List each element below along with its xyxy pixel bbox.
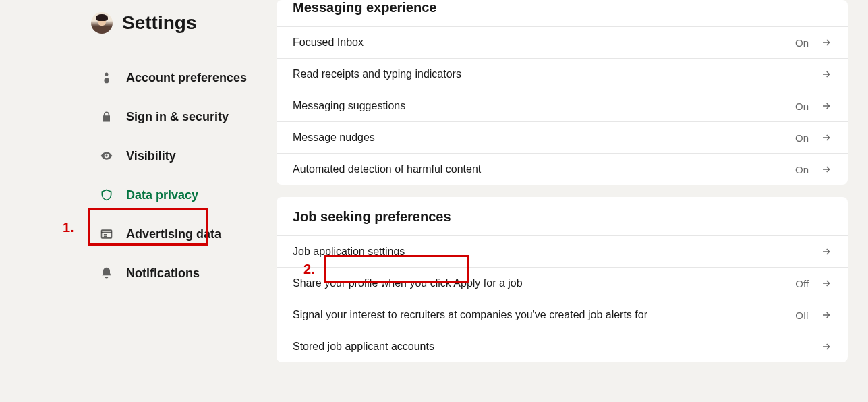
row-status: Off <box>795 278 809 289</box>
nav-notifications[interactable]: Notifications <box>91 254 256 293</box>
arrow-right-icon <box>821 37 832 48</box>
settings-main: Messaging experience Focused Inbox On Re… <box>277 0 868 402</box>
row-label: Focused Inbox <box>293 36 364 49</box>
row-read-receipts[interactable]: Read receipts and typing indicators <box>277 58 848 90</box>
nav-account-preferences[interactable]: Account preferences <box>91 58 256 97</box>
arrow-right-icon <box>821 341 832 352</box>
svg-point-0 <box>105 73 109 76</box>
row-label: Messaging suggestions <box>293 100 405 112</box>
row-label: Automated detection of harmful content <box>293 163 481 175</box>
row-stored-applicant-accounts[interactable]: Stored job applicant accounts <box>277 331 848 362</box>
section-job-seeking: Job seeking preferences Job application … <box>277 197 848 362</box>
row-status: On <box>795 37 809 49</box>
nav-sign-in-security[interactable]: Sign in & security <box>91 97 256 136</box>
row-messaging-suggestions[interactable]: Messaging suggestions On <box>277 90 848 121</box>
person-icon <box>99 70 114 85</box>
nav-label: Advertising data <box>126 227 221 241</box>
annotation-number-1: 1. <box>63 220 74 235</box>
row-signal-interest[interactable]: Signal your interest to recruiters at co… <box>277 299 848 331</box>
bell-icon <box>99 266 114 281</box>
lock-icon <box>99 109 114 124</box>
svg-point-2 <box>105 154 107 156</box>
arrow-right-icon <box>821 164 832 175</box>
row-focused-inbox[interactable]: Focused Inbox On <box>277 26 848 58</box>
nav-label: Data privacy <box>126 188 198 202</box>
row-label: Share your profile when you click Apply … <box>293 277 523 289</box>
row-message-nudges[interactable]: Message nudges On <box>277 121 848 153</box>
row-label: Stored job applicant accounts <box>293 341 434 353</box>
settings-title: Settings <box>122 12 196 34</box>
row-status: On <box>795 132 809 144</box>
nav-data-privacy[interactable]: Data privacy <box>91 175 256 214</box>
news-icon <box>99 227 114 241</box>
row-share-profile-apply[interactable]: Share your profile when you click Apply … <box>277 267 848 299</box>
arrow-right-icon <box>821 310 832 320</box>
arrow-right-icon <box>821 100 832 111</box>
arrow-right-icon <box>821 69 832 80</box>
row-status: Off <box>795 310 809 321</box>
row-status: On <box>795 100 809 112</box>
row-label: Message nudges <box>293 132 375 144</box>
row-job-application-settings[interactable]: Job application settings <box>277 235 848 267</box>
arrow-right-icon <box>821 246 832 257</box>
svg-point-1 <box>105 78 109 83</box>
row-label: Job application settings <box>293 246 405 258</box>
nav-visibility[interactable]: Visibility <box>91 136 256 175</box>
row-label: Signal your interest to recruiters at co… <box>293 309 647 321</box>
settings-sidebar: Settings Account preferences Sign in & s… <box>0 0 277 402</box>
nav-list: Account preferences Sign in & security V… <box>91 58 256 293</box>
arrow-right-icon <box>821 132 832 143</box>
section-title: Messaging experience <box>277 0 848 26</box>
nav-label: Notifications <box>126 266 200 281</box>
nav-label: Sign in & security <box>126 110 229 124</box>
section-messaging-experience: Messaging experience Focused Inbox On Re… <box>277 0 848 185</box>
section-title: Job seeking preferences <box>277 197 848 235</box>
shield-icon <box>99 188 114 202</box>
eye-icon <box>99 148 114 163</box>
nav-label: Account preferences <box>126 71 247 85</box>
arrow-right-icon <box>821 278 832 289</box>
user-avatar[interactable] <box>91 12 113 34</box>
sidebar-header: Settings <box>91 12 256 34</box>
row-status: On <box>795 164 809 175</box>
row-label: Read receipts and typing indicators <box>293 68 461 80</box>
nav-label: Visibility <box>126 149 176 163</box>
nav-advertising-data[interactable]: Advertising data <box>91 214 256 254</box>
row-automated-detection[interactable]: Automated detection of harmful content O… <box>277 153 848 185</box>
